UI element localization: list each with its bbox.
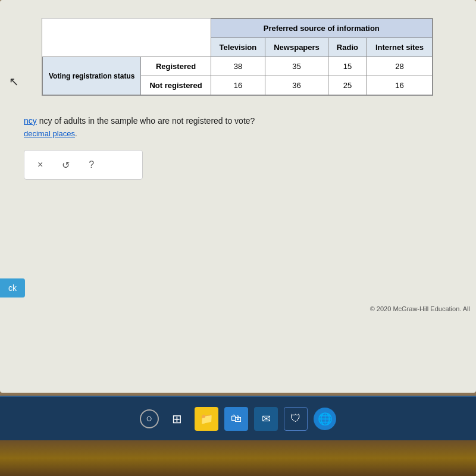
taskbar-taskview-icon[interactable]: ⊞ <box>165 407 189 431</box>
instruction-text: decimal places. <box>24 129 464 138</box>
data-table: Preferred source of information Televisi… <box>42 18 433 96</box>
col-header-radio: Radio <box>328 38 367 57</box>
cell-registered-tv: 38 <box>211 57 265 76</box>
cell-notregistered-radio: 25 <box>328 76 367 95</box>
instruction-underline: decimal places <box>24 129 75 138</box>
question-prefix-underline: ncy <box>24 116 37 126</box>
col-header-television: Television <box>211 38 265 57</box>
cell-registered-newspaper: 35 <box>265 57 328 76</box>
cell-notregistered-tv: 16 <box>211 76 265 95</box>
close-button[interactable]: × <box>34 157 46 173</box>
cell-registered-radio: 15 <box>328 57 367 76</box>
taskview-symbol: ⊞ <box>172 412 182 426</box>
store-symbol: 🛍 <box>231 412 242 425</box>
answer-box: × ↺ ? <box>24 150 143 180</box>
explorer-symbol: 📁 <box>200 412 213 425</box>
search-symbol: ○ <box>146 412 153 425</box>
taskbar-security-icon[interactable]: 🛡 <box>284 407 308 431</box>
cell-registered-internet: 28 <box>367 57 432 76</box>
table-row: Voting registration status Registered 38… <box>43 57 433 76</box>
cell-notregistered-internet: 16 <box>367 76 432 95</box>
screen: ↖ Preferred source of information Televi… <box>0 0 476 393</box>
row-group-label: Voting registration status <box>43 57 141 95</box>
row-label-not-registered: Not registered <box>141 76 211 95</box>
undo-button[interactable]: ↺ <box>58 157 73 173</box>
preferred-source-header: Preferred source of information <box>211 19 432 38</box>
cell-notregistered-newspaper: 36 <box>265 76 328 95</box>
col-header-newspapers: Newspapers <box>265 38 328 57</box>
back-button[interactable]: ck <box>0 278 25 298</box>
question-text: ncy ncy of adults in the sample who are … <box>24 116 464 126</box>
col-header-internet: Internet sites <box>367 38 432 57</box>
taskbar: ○ ⊞ 📁 🛍 ✉ 🛡 🌐 <box>0 396 476 440</box>
question-text-content: ncy of adults in the sample who are not … <box>39 116 255 126</box>
taskbar-browser-icon[interactable]: 🌐 <box>314 408 336 430</box>
mail-symbol: ✉ <box>262 412 271 425</box>
browser-symbol: 🌐 <box>318 412 333 426</box>
row-label-registered: Registered <box>141 57 211 76</box>
taskbar-store-icon[interactable]: 🛍 <box>224 407 248 431</box>
taskbar-search-icon[interactable]: ○ <box>140 409 159 428</box>
desk <box>0 440 476 476</box>
question-area: ncy ncy of adults in the sample who are … <box>24 116 464 138</box>
taskbar-mail-icon[interactable]: ✉ <box>254 407 278 431</box>
taskbar-explorer-icon[interactable]: 📁 <box>195 407 218 431</box>
instruction-period: . <box>75 129 77 138</box>
help-button[interactable]: ? <box>85 157 98 173</box>
shield-symbol: 🛡 <box>290 412 301 425</box>
content-area: Preferred source of information Televisi… <box>12 6 476 203</box>
copyright-text: © 2020 McGraw-Hill Education. All <box>370 305 470 312</box>
